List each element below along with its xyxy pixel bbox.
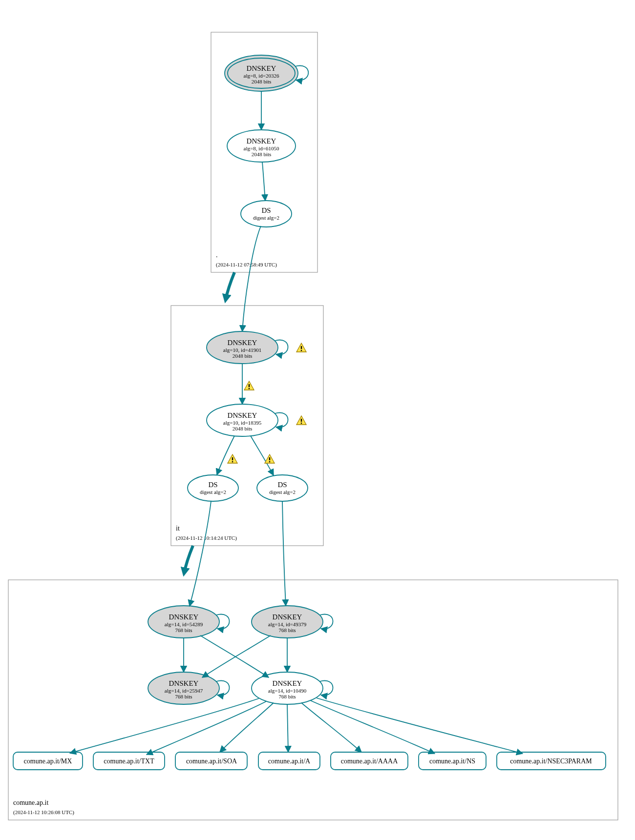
svg-text:DS: DS xyxy=(277,481,287,489)
warning-icon xyxy=(296,343,306,352)
record-ns: comune.ap.it/NS xyxy=(419,752,486,770)
svg-text:alg=8, id=20326: alg=8, id=20326 xyxy=(244,73,279,79)
node-it-ksk: DNSKEY alg=10, id=41901 2048 bits xyxy=(207,331,306,364)
edge xyxy=(147,701,266,755)
svg-text:768 bits: 768 bits xyxy=(278,627,296,633)
svg-text:DNSKEY: DNSKEY xyxy=(169,613,199,621)
svg-text:DNSKEY: DNSKEY xyxy=(273,679,302,687)
edge xyxy=(282,501,286,606)
node-it-ds2: DS digest alg=2 xyxy=(257,475,308,501)
svg-text:2048 bits: 2048 bits xyxy=(233,353,253,359)
edge xyxy=(220,703,274,752)
svg-text:alg=14, id=49379: alg=14, id=49379 xyxy=(268,621,307,627)
svg-text:2048 bits: 2048 bits xyxy=(252,151,272,157)
record-aaaa: comune.ap.it/AAAA xyxy=(331,752,408,770)
svg-text:alg=10, id=41901: alg=10, id=41901 xyxy=(223,347,261,353)
warning-icon xyxy=(265,454,275,463)
record-mx: comune.ap.it/MX xyxy=(13,752,83,770)
svg-text:comune.ap.it/NSEC3PARAM: comune.ap.it/NSEC3PARAM xyxy=(510,758,592,765)
edge xyxy=(287,704,288,752)
node-it-zsk: DNSKEY alg=10, id=18395 2048 bits xyxy=(207,404,306,436)
svg-text:comune.ap.it/AAAA: comune.ap.it/AAAA xyxy=(341,758,399,765)
dnssec-graph: . (2024-11-12 07:58:49 UTC) DNSKEY alg=8… xyxy=(0,0,635,840)
zone-leaf-label: comune.ap.it xyxy=(13,799,48,806)
zone-root-label: . xyxy=(216,251,218,259)
zone-it: it (2024-11-12 10:14:24 UTC) DNSKEY alg=… xyxy=(171,226,323,546)
svg-text:DNSKEY: DNSKEY xyxy=(228,411,257,419)
zone-leaf-timestamp: (2024-11-12 10:26:08 UTC) xyxy=(13,809,74,816)
edge xyxy=(317,698,523,754)
warning-icon xyxy=(228,454,237,463)
zone-leaf: comune.ap.it (2024-11-12 10:26:08 UTC) D… xyxy=(8,501,618,820)
svg-text:alg=14, id=25947: alg=14, id=25947 xyxy=(165,688,203,694)
zone-root-timestamp: (2024-11-12 07:58:49 UTC) xyxy=(216,262,277,268)
svg-text:DNSKEY: DNSKEY xyxy=(247,64,276,72)
svg-text:768 bits: 768 bits xyxy=(175,627,192,633)
record-a: comune.ap.it/A xyxy=(258,752,320,770)
svg-text:2048 bits: 2048 bits xyxy=(233,426,253,431)
edge xyxy=(200,635,269,677)
svg-text:alg=14, id=10490: alg=14, id=10490 xyxy=(268,688,307,694)
svg-text:DNSKEY: DNSKEY xyxy=(169,679,199,687)
svg-text:comune.ap.it/A: comune.ap.it/A xyxy=(268,758,311,765)
record-txt: comune.ap.it/TXT xyxy=(93,752,165,770)
node-it-ds1: DS digest alg=2 xyxy=(188,475,238,501)
svg-text:comune.ap.it/TXT: comune.ap.it/TXT xyxy=(104,758,154,765)
warning-icon xyxy=(296,416,306,425)
warning-icon xyxy=(244,381,254,390)
svg-text:alg=10, id=18395: alg=10, id=18395 xyxy=(223,420,262,426)
zone-it-timestamp: (2024-11-12 10:14:24 UTC) xyxy=(176,535,237,541)
edge xyxy=(242,226,261,331)
svg-text:DNSKEY: DNSKEY xyxy=(247,137,276,145)
svg-text:DS: DS xyxy=(261,206,271,214)
edge xyxy=(70,698,259,753)
svg-text:DS: DS xyxy=(208,481,217,489)
svg-text:digest alg=2: digest alg=2 xyxy=(269,489,296,495)
zone-root: . (2024-11-12 07:58:49 UTC) DNSKEY alg=8… xyxy=(211,32,318,272)
edge xyxy=(301,703,361,752)
svg-text:alg=14, id=54289: alg=14, id=54289 xyxy=(165,621,203,627)
svg-text:comune.ap.it/SOA: comune.ap.it/SOA xyxy=(186,758,237,765)
zone-it-label: it xyxy=(176,525,180,532)
svg-text:768 bits: 768 bits xyxy=(278,694,296,699)
svg-text:comune.ap.it/NS: comune.ap.it/NS xyxy=(429,758,475,765)
node-root-zsk: DNSKEY alg=8, id=61050 2048 bits xyxy=(227,130,296,162)
edge xyxy=(310,700,435,754)
svg-text:comune.ap.it/MX: comune.ap.it/MX xyxy=(24,758,72,765)
svg-text:DNSKEY: DNSKEY xyxy=(228,339,257,347)
svg-text:768 bits: 768 bits xyxy=(175,694,192,699)
svg-text:2048 bits: 2048 bits xyxy=(252,79,272,84)
record-nsec: comune.ap.it/NSEC3PARAM xyxy=(497,752,606,770)
node-leaf-k2: DNSKEY alg=14, id=49379 768 bits xyxy=(252,606,333,638)
svg-text:digest alg=2: digest alg=2 xyxy=(253,215,279,221)
record-soa: comune.ap.it/SOA xyxy=(175,752,247,770)
edge xyxy=(202,635,271,677)
node-root-ksk: DNSKEY alg=8, id=20326 2048 bits xyxy=(225,55,308,91)
zone-connector xyxy=(184,546,193,573)
zone-connector xyxy=(226,272,234,300)
node-root-ds: DS digest alg=2 xyxy=(241,201,292,227)
svg-text:alg=8, id=61050: alg=8, id=61050 xyxy=(244,145,279,151)
node-leaf-k1: DNSKEY alg=14, id=54289 768 bits xyxy=(148,606,230,638)
edge xyxy=(190,501,211,606)
node-leaf-k3: DNSKEY alg=14, id=25947 768 bits xyxy=(148,672,230,704)
edge xyxy=(262,162,265,201)
svg-text:DNSKEY: DNSKEY xyxy=(273,613,302,621)
svg-text:digest alg=2: digest alg=2 xyxy=(200,489,226,495)
